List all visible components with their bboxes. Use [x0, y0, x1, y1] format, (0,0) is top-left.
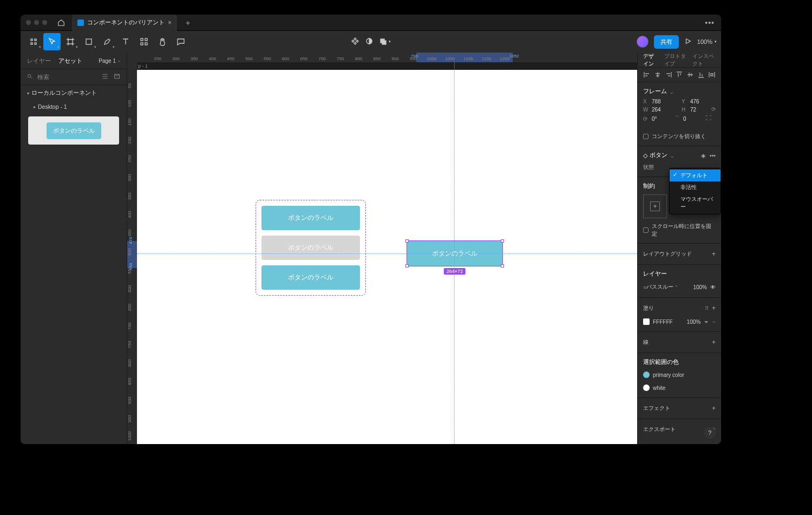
list-view-icon[interactable] — [102, 73, 108, 81]
help-button[interactable]: ? — [704, 427, 716, 439]
effects-section: エフェクト+ — [638, 398, 721, 419]
shape-tool-icon[interactable] — [80, 33, 97, 50]
radius-field[interactable]: ⌒0 — [675, 115, 702, 122]
tab-assets[interactable]: アセット — [58, 57, 82, 65]
more-icon[interactable]: ••• — [710, 152, 716, 159]
resources-tool-icon[interactable] — [135, 33, 153, 50]
fill-style-icon[interactable]: ⠿ — [705, 305, 709, 311]
toolbar-center: ▾ — [351, 37, 391, 47]
frame-desktop[interactable] — [137, 70, 637, 444]
asset-group-desktop[interactable]: Desktop - 1 — [21, 101, 127, 112]
home-icon[interactable] — [55, 16, 68, 29]
align-left-icon[interactable] — [643, 71, 651, 79]
distribute-icon[interactable] — [708, 71, 716, 79]
frame-section-title[interactable]: フレーム — [638, 86, 721, 97]
ruler-horizontal: 788 1052 2503003504004505005506006507007… — [137, 53, 637, 62]
zoom-dropdown[interactable]: 100%▾ — [697, 38, 717, 45]
main: レイヤー アセット Page 1⌵ 検索 ローカルコンポーネント Desktop… — [21, 53, 721, 444]
align-top-icon[interactable] — [676, 71, 683, 79]
text-tool-icon[interactable] — [117, 33, 134, 50]
add-grid-icon[interactable]: + — [712, 250, 716, 258]
variant-hover[interactable]: ボタンのラベル — [261, 265, 360, 290]
asset-thumbnail[interactable]: ボタンのラベル — [28, 116, 119, 145]
fill-section: 塗り⠿+ FFFFFF 100% ⏷ − — [638, 298, 721, 332]
local-components-section[interactable]: ローカルコンポーネント — [21, 85, 127, 101]
component-variant-set[interactable]: ボタンのラベル ボタンのラベル ボタンのラベル — [256, 200, 366, 296]
h-field[interactable]: H72 — [682, 107, 716, 113]
frame-tool-icon[interactable] — [62, 33, 79, 50]
button-component-section: ◇ ボタン ◈••• 状態 デフォルト 非活性 マウスオーバー — [638, 146, 721, 177]
figma-file-icon — [77, 19, 84, 26]
tab-prototype[interactable]: プロトタイプ — [664, 53, 687, 68]
svg-rect-2 — [31, 43, 32, 44]
svg-rect-4 — [86, 39, 91, 44]
tab-design[interactable]: デザイン — [643, 53, 659, 68]
link-dimensions-icon[interactable]: ⟳ — [711, 106, 716, 112]
asset-button-preview: ボタンのラベル — [47, 122, 101, 139]
file-tab[interactable]: コンポーネントのバリアント × — [72, 15, 177, 31]
pen-tool-icon[interactable] — [99, 33, 116, 50]
clip-content-checkbox[interactable]: コンテンツを切り抜く — [638, 131, 721, 142]
rotation-field[interactable]: ⟳0° — [643, 115, 670, 122]
align-right-icon[interactable] — [665, 71, 672, 79]
move-tool-icon[interactable] — [43, 33, 61, 50]
visibility-icon[interactable]: 👁 — [710, 284, 716, 290]
fix-scroll-checkbox[interactable]: スクロール時に位置を固定 — [638, 220, 721, 240]
w-field[interactable]: W264 — [643, 107, 677, 113]
comment-tool-icon[interactable] — [172, 33, 189, 50]
layer-opacity[interactable]: 100% — [693, 284, 707, 290]
boolean-icon[interactable]: ▾ — [379, 37, 391, 46]
variant-disabled[interactable]: ボタンのラベル — [261, 236, 360, 260]
x-field[interactable]: X788 — [643, 99, 677, 105]
toolbar: ▾ 共有 100%▾ — [21, 31, 721, 53]
constraint-widget[interactable]: + — [643, 194, 667, 218]
svg-rect-5 — [141, 38, 143, 41]
blend-mode-dropdown[interactable]: パススルー⌵ — [646, 283, 677, 291]
mask-icon[interactable] — [365, 37, 374, 47]
tab-layers[interactable]: レイヤー — [27, 57, 51, 65]
asset-search[interactable]: 検索 — [21, 69, 127, 85]
new-tab-button[interactable]: + — [181, 18, 194, 27]
frame-label[interactable]: p - 1 — [138, 63, 148, 69]
variant-dropdown: デフォルト 非活性 マウスオーバー — [669, 168, 721, 214]
component-icon[interactable] — [351, 37, 359, 47]
present-icon[interactable] — [684, 37, 692, 46]
indp-corners-icon[interactable]: ⛶ — [706, 115, 716, 122]
traffic-lights[interactable] — [25, 20, 47, 25]
svg-rect-7 — [141, 43, 143, 45]
svg-rect-11 — [382, 41, 386, 44]
component-section-title[interactable]: ◇ ボタン ◈••• — [638, 149, 721, 161]
close-tab-icon[interactable]: × — [168, 19, 172, 27]
ruler-corner — [127, 53, 137, 62]
add-fill-icon[interactable]: + — [712, 304, 716, 312]
svg-rect-1 — [35, 39, 36, 41]
share-button[interactable]: 共有 — [654, 35, 679, 49]
variant-option-default[interactable]: デフォルト — [670, 170, 721, 181]
add-effect-icon[interactable]: + — [712, 405, 716, 412]
align-vcenter-icon[interactable] — [686, 71, 694, 79]
left-panel: レイヤー アセット Page 1⌵ 検索 ローカルコンポーネント Desktop… — [21, 53, 127, 444]
selcolor-primary[interactable]: primary color — [638, 368, 721, 381]
page-dropdown[interactable]: Page 1⌵ — [99, 58, 120, 64]
tab-inspect[interactable]: インスペクト — [692, 53, 716, 68]
main-menu-icon[interactable] — [25, 33, 42, 50]
hand-tool-icon[interactable] — [154, 33, 171, 50]
fill-visibility-icon[interactable]: ⏷ — [704, 319, 709, 325]
search-icon — [27, 74, 33, 81]
y-field[interactable]: Y476 — [682, 99, 716, 105]
fill-row[interactable]: FFFFFF 100% ⏷ − — [638, 315, 721, 328]
variant-option-disabled[interactable]: 非活性 — [670, 181, 721, 193]
add-stroke-icon[interactable]: + — [712, 338, 716, 346]
remove-fill-icon[interactable]: − — [712, 319, 716, 325]
swap-instance-icon[interactable]: ◈ — [701, 152, 705, 159]
variant-default[interactable]: ボタンのラベル — [261, 206, 360, 230]
align-hcenter-icon[interactable] — [654, 71, 662, 79]
menu-dots-icon[interactable]: ••• — [703, 18, 717, 27]
align-bottom-icon[interactable] — [697, 71, 705, 79]
avatar[interactable] — [637, 36, 649, 48]
selcolor-white[interactable]: white — [638, 381, 721, 394]
layer-section: レイヤー ○ パススルー⌵ 100% 👁 — [638, 265, 721, 298]
canvas-area[interactable]: 788 1052 2503003504004505005506006507007… — [127, 53, 637, 444]
variant-option-hover[interactable]: マウスオーバー — [670, 193, 721, 213]
library-icon[interactable] — [114, 73, 120, 81]
